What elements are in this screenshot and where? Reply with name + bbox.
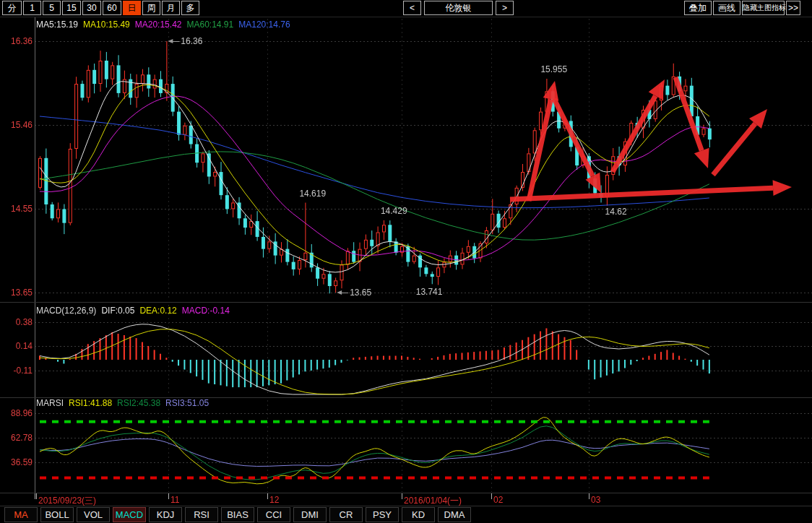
rsi-legend-item: MARSI: [36, 398, 64, 408]
ma-legend-item: MA5:15.19: [36, 20, 78, 30]
main-chart-legend: MA5:15.19MA10:15.49MA20:15.42MA60:14.91M…: [36, 20, 295, 30]
macd-legend: MACD(12,26,9)DIF:0.05DEA:0.12MACD:-0.14: [36, 306, 235, 316]
period-button-5[interactable]: 5: [43, 1, 61, 15]
price-annotation: 13.65: [350, 288, 371, 298]
price-annotation: 13.741: [416, 287, 443, 297]
indicator-tab-dma[interactable]: DMA: [438, 507, 471, 522]
indicator-tab-cr[interactable]: CR: [329, 507, 363, 522]
indicator-tab-vol[interactable]: VOL: [77, 507, 110, 522]
macd-legend-item: DEA:0.12: [139, 306, 176, 316]
price-annotation: 14.619: [299, 189, 326, 199]
rsi-legend-item: RSI1:41.88: [69, 398, 112, 408]
x-axis-tick-label: 12: [269, 495, 279, 505]
macd-legend-item: MACD(12,26,9): [36, 306, 96, 316]
indicator-tab-bar: MABOLLVOLMACDKDJRSIBIASCCIDMICRPSYKDDMA: [0, 506, 812, 523]
hide-main-indicators-button[interactable]: 隐藏主图指标: [742, 1, 785, 15]
x-axis-tick-label: 03: [591, 495, 600, 505]
indicator-tab-bias[interactable]: BIAS: [221, 507, 254, 522]
indicator-tab-rsi[interactable]: RSI: [185, 507, 218, 522]
price-annotation: 15.955: [540, 64, 567, 74]
rsi-legend: MARSIRSI1:41.88RSI2:45.38RSI3:51.05: [36, 398, 214, 408]
indicator-tab-ma[interactable]: MA: [4, 507, 38, 522]
symbol-nav-group: < 伦敦银 >: [403, 1, 514, 15]
period-button-60[interactable]: 60: [103, 1, 121, 15]
price-annotation: 14.429: [381, 206, 407, 216]
period-button-日[interactable]: 日: [123, 1, 141, 15]
chart-canvas[interactable]: [0, 0, 812, 523]
macd-legend-item: MACD:-0.14: [182, 306, 230, 316]
y-axis-tick-label: 14.55: [0, 204, 33, 214]
y-axis-tick-label: 88.96: [0, 408, 33, 418]
period-button-1[interactable]: 1: [23, 1, 41, 15]
y-axis-tick-label: 62.78: [0, 433, 33, 443]
toolbar: 分15153060日周月多 < 伦敦银 > 叠加 画线 隐藏主图指标 >>: [0, 0, 812, 17]
indicator-tab-kd[interactable]: KD: [402, 507, 435, 522]
rsi-legend-item: RSI3:51.05: [165, 398, 209, 408]
draw-line-button[interactable]: 画线: [713, 1, 740, 15]
ma-legend-item: MA20:15.42: [135, 20, 182, 30]
indicator-tab-macd[interactable]: MACD: [113, 507, 146, 522]
next-symbol-button[interactable]: >: [496, 1, 514, 15]
y-axis-tick-label: 36.59: [0, 457, 33, 467]
y-axis-tick-label: 15.46: [0, 120, 33, 130]
period-button-15[interactable]: 15: [62, 1, 81, 15]
period-button-30[interactable]: 30: [82, 1, 101, 15]
price-annotation: 16.36: [181, 36, 202, 46]
y-axis-tick-label: 0.14: [0, 341, 33, 351]
price-annotation: 14.62: [605, 207, 627, 217]
x-axis-tick-label: 02: [493, 495, 503, 505]
app-window: 分15153060日周月多 < 伦敦银 > 叠加 画线 隐藏主图指标 >> MA…: [0, 0, 812, 523]
indicator-tab-boll[interactable]: BOLL: [40, 507, 74, 522]
prev-symbol-button[interactable]: <: [403, 1, 421, 15]
overlay-button[interactable]: 叠加: [684, 1, 712, 15]
period-button-group: 分15153060日周月多: [2, 1, 199, 15]
tool-button-group: 叠加 画线 隐藏主图指标 >>: [684, 1, 800, 15]
macd-legend-item: DIF:0.05: [101, 306, 134, 316]
indicator-tab-dmi[interactable]: DMI: [293, 507, 327, 522]
more-tools-button[interactable]: >>: [786, 1, 800, 15]
period-button-分[interactable]: 分: [2, 1, 22, 15]
symbol-button[interactable]: 伦敦银: [424, 1, 493, 15]
ma-legend-item: MA10:15.49: [83, 20, 130, 30]
period-button-多[interactable]: 多: [181, 1, 199, 15]
period-button-月[interactable]: 月: [162, 1, 180, 15]
y-axis-tick-label: 13.65: [0, 288, 33, 298]
ma-legend-item: MA120:14.76: [238, 20, 290, 30]
y-axis-tick-label: -0.11: [0, 366, 33, 376]
y-axis-tick-label: 0.38: [0, 317, 33, 327]
period-button-周[interactable]: 周: [142, 1, 160, 15]
rsi-legend-item: RSI2:45.38: [117, 398, 160, 408]
ma-legend-item: MA60:14.91: [186, 20, 233, 30]
x-axis-tick-label: 11: [170, 495, 179, 505]
indicator-tab-psy[interactable]: PSY: [366, 507, 399, 522]
y-axis-tick-label: 16.36: [0, 36, 33, 46]
indicator-tab-cci[interactable]: CCI: [257, 507, 290, 522]
indicator-tab-kdj[interactable]: KDJ: [149, 507, 182, 522]
